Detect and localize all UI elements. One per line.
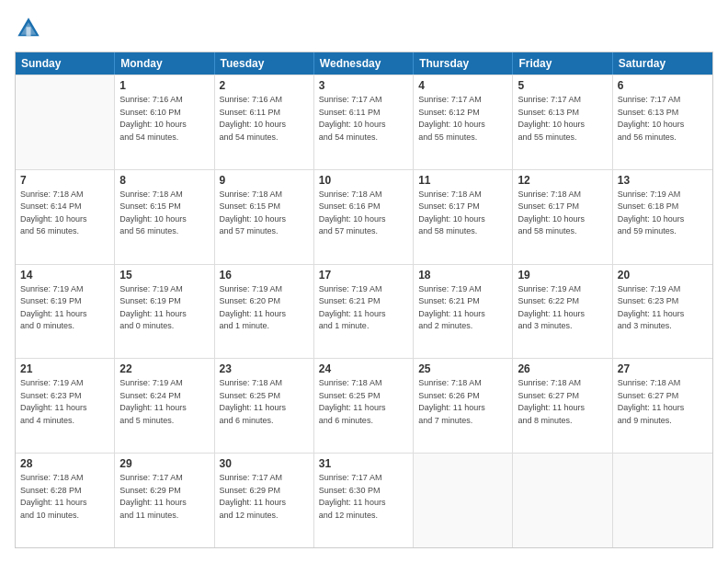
cal-cell-4-3: 31Sunrise: 7:17 AM Sunset: 6:30 PM Dayli…: [314, 454, 414, 547]
day-info: Sunrise: 7:18 AM Sunset: 6:15 PM Dayligh…: [119, 189, 209, 238]
cal-row-4: 28Sunrise: 7:18 AM Sunset: 6:28 PM Dayli…: [16, 453, 712, 547]
cal-row-0: 1Sunrise: 7:16 AM Sunset: 6:10 PM Daylig…: [16, 75, 712, 169]
cal-cell-0-4: 4Sunrise: 7:17 AM Sunset: 6:12 PM Daylig…: [414, 75, 513, 169]
cal-cell-1-2: 9Sunrise: 7:18 AM Sunset: 6:15 PM Daylig…: [215, 170, 314, 264]
cal-cell-4-2: 30Sunrise: 7:17 AM Sunset: 6:29 PM Dayli…: [215, 454, 314, 547]
day-number: 8: [119, 174, 209, 187]
day-info: Sunrise: 7:18 AM Sunset: 6:17 PM Dayligh…: [418, 189, 507, 238]
cal-cell-2-0: 14Sunrise: 7:19 AM Sunset: 6:19 PM Dayli…: [16, 265, 115, 359]
calendar: SundayMondayTuesdayWednesdayThursdayFrid…: [15, 52, 713, 548]
day-number: 6: [618, 79, 708, 92]
day-info: Sunrise: 7:18 AM Sunset: 6:16 PM Dayligh…: [319, 189, 408, 238]
day-info: Sunrise: 7:17 AM Sunset: 6:13 PM Dayligh…: [618, 94, 708, 144]
cal-cell-1-3: 10Sunrise: 7:18 AM Sunset: 6:16 PM Dayli…: [314, 170, 414, 264]
day-info: Sunrise: 7:19 AM Sunset: 6:24 PM Dayligh…: [119, 377, 209, 427]
cal-cell-1-6: 13Sunrise: 7:19 AM Sunset: 6:18 PM Dayli…: [613, 170, 712, 264]
cal-cell-4-1: 29Sunrise: 7:17 AM Sunset: 6:29 PM Dayli…: [115, 454, 214, 547]
day-number: 10: [319, 174, 408, 187]
header-day-monday: Monday: [115, 52, 214, 75]
cal-cell-1-0: 7Sunrise: 7:18 AM Sunset: 6:14 PM Daylig…: [16, 170, 115, 264]
cal-cell-2-5: 19Sunrise: 7:19 AM Sunset: 6:22 PM Dayli…: [513, 265, 612, 359]
day-info: Sunrise: 7:17 AM Sunset: 6:13 PM Dayligh…: [518, 94, 607, 144]
cal-cell-0-2: 2Sunrise: 7:16 AM Sunset: 6:11 PM Daylig…: [215, 75, 314, 169]
cal-cell-2-1: 15Sunrise: 7:19 AM Sunset: 6:19 PM Dayli…: [115, 265, 214, 359]
day-number: 21: [20, 362, 109, 375]
cal-cell-2-3: 17Sunrise: 7:19 AM Sunset: 6:21 PM Dayli…: [314, 265, 414, 359]
day-info: Sunrise: 7:18 AM Sunset: 6:28 PM Dayligh…: [20, 472, 109, 522]
day-number: 16: [220, 269, 309, 282]
header-day-sunday: Sunday: [16, 52, 115, 75]
day-number: 11: [418, 174, 507, 187]
calendar-body: 1Sunrise: 7:16 AM Sunset: 6:10 PM Daylig…: [16, 75, 712, 547]
day-info: Sunrise: 7:17 AM Sunset: 6:12 PM Dayligh…: [418, 94, 507, 144]
day-info: Sunrise: 7:17 AM Sunset: 6:30 PM Dayligh…: [319, 472, 408, 522]
day-number: 31: [319, 457, 408, 470]
cal-cell-1-1: 8Sunrise: 7:18 AM Sunset: 6:15 PM Daylig…: [115, 170, 214, 264]
header-day-thursday: Thursday: [414, 52, 513, 75]
day-number: 20: [618, 269, 708, 282]
day-info: Sunrise: 7:19 AM Sunset: 6:23 PM Dayligh…: [20, 377, 109, 427]
day-info: Sunrise: 7:18 AM Sunset: 6:17 PM Dayligh…: [518, 189, 607, 238]
day-info: Sunrise: 7:19 AM Sunset: 6:18 PM Dayligh…: [618, 189, 708, 238]
cal-cell-3-5: 26Sunrise: 7:18 AM Sunset: 6:27 PM Dayli…: [513, 359, 612, 453]
svg-rect-2: [27, 27, 31, 36]
day-number: 5: [518, 79, 607, 92]
day-info: Sunrise: 7:19 AM Sunset: 6:21 PM Dayligh…: [418, 283, 507, 333]
day-info: Sunrise: 7:19 AM Sunset: 6:23 PM Dayligh…: [618, 283, 708, 333]
day-number: 18: [418, 269, 507, 282]
header-day-tuesday: Tuesday: [215, 52, 314, 75]
cal-row-3: 21Sunrise: 7:19 AM Sunset: 6:23 PM Dayli…: [16, 358, 712, 453]
day-number: 17: [319, 269, 408, 282]
header-day-wednesday: Wednesday: [314, 52, 414, 75]
day-number: 23: [220, 362, 309, 375]
day-info: Sunrise: 7:19 AM Sunset: 6:22 PM Dayligh…: [518, 283, 607, 333]
day-info: Sunrise: 7:17 AM Sunset: 6:29 PM Dayligh…: [119, 472, 209, 522]
day-number: 4: [418, 79, 507, 92]
day-number: 30: [220, 457, 309, 470]
day-number: 29: [119, 457, 209, 470]
cal-cell-2-2: 16Sunrise: 7:19 AM Sunset: 6:20 PM Dayli…: [215, 265, 314, 359]
cal-cell-2-6: 20Sunrise: 7:19 AM Sunset: 6:23 PM Dayli…: [613, 265, 712, 359]
day-number: 19: [518, 269, 607, 282]
cal-cell-2-4: 18Sunrise: 7:19 AM Sunset: 6:21 PM Dayli…: [414, 265, 513, 359]
day-info: Sunrise: 7:18 AM Sunset: 6:15 PM Dayligh…: [220, 189, 309, 238]
day-info: Sunrise: 7:19 AM Sunset: 6:19 PM Dayligh…: [20, 283, 109, 333]
day-number: 12: [518, 174, 607, 187]
day-info: Sunrise: 7:19 AM Sunset: 6:20 PM Dayligh…: [220, 283, 309, 333]
cal-cell-0-6: 6Sunrise: 7:17 AM Sunset: 6:13 PM Daylig…: [613, 75, 712, 169]
day-number: 27: [618, 362, 708, 375]
logo-icon: [15, 15, 42, 42]
calendar-header: SundayMondayTuesdayWednesdayThursdayFrid…: [16, 52, 712, 75]
cal-cell-0-0: [16, 75, 115, 169]
cal-cell-3-6: 27Sunrise: 7:18 AM Sunset: 6:27 PM Dayli…: [613, 359, 712, 453]
day-info: Sunrise: 7:18 AM Sunset: 6:27 PM Dayligh…: [618, 377, 708, 427]
logo: [15, 15, 46, 42]
header-day-friday: Friday: [513, 52, 612, 75]
day-info: Sunrise: 7:18 AM Sunset: 6:26 PM Dayligh…: [418, 377, 507, 427]
cal-cell-4-4: [414, 454, 513, 547]
day-info: Sunrise: 7:19 AM Sunset: 6:19 PM Dayligh…: [119, 283, 209, 333]
day-number: 25: [418, 362, 507, 375]
day-number: 3: [319, 79, 408, 92]
day-info: Sunrise: 7:17 AM Sunset: 6:11 PM Dayligh…: [319, 94, 408, 144]
cal-cell-4-6: [613, 454, 712, 547]
cal-row-1: 7Sunrise: 7:18 AM Sunset: 6:14 PM Daylig…: [16, 169, 712, 264]
day-info: Sunrise: 7:18 AM Sunset: 6:14 PM Dayligh…: [20, 189, 109, 238]
cal-cell-4-0: 28Sunrise: 7:18 AM Sunset: 6:28 PM Dayli…: [16, 454, 115, 547]
cal-cell-1-4: 11Sunrise: 7:18 AM Sunset: 6:17 PM Dayli…: [414, 170, 513, 264]
day-number: 15: [119, 269, 209, 282]
cal-cell-1-5: 12Sunrise: 7:18 AM Sunset: 6:17 PM Dayli…: [513, 170, 612, 264]
cal-row-2: 14Sunrise: 7:19 AM Sunset: 6:19 PM Dayli…: [16, 264, 712, 359]
cal-cell-3-4: 25Sunrise: 7:18 AM Sunset: 6:26 PM Dayli…: [414, 359, 513, 453]
day-info: Sunrise: 7:19 AM Sunset: 6:21 PM Dayligh…: [319, 283, 408, 333]
day-number: 2: [220, 79, 309, 92]
day-number: 9: [220, 174, 309, 187]
day-number: 13: [618, 174, 708, 187]
day-number: 1: [119, 79, 209, 92]
day-info: Sunrise: 7:18 AM Sunset: 6:25 PM Dayligh…: [319, 377, 408, 427]
header: [15, 15, 713, 42]
day-number: 22: [119, 362, 209, 375]
day-number: 24: [319, 362, 408, 375]
day-number: 26: [518, 362, 607, 375]
day-number: 28: [20, 457, 109, 470]
